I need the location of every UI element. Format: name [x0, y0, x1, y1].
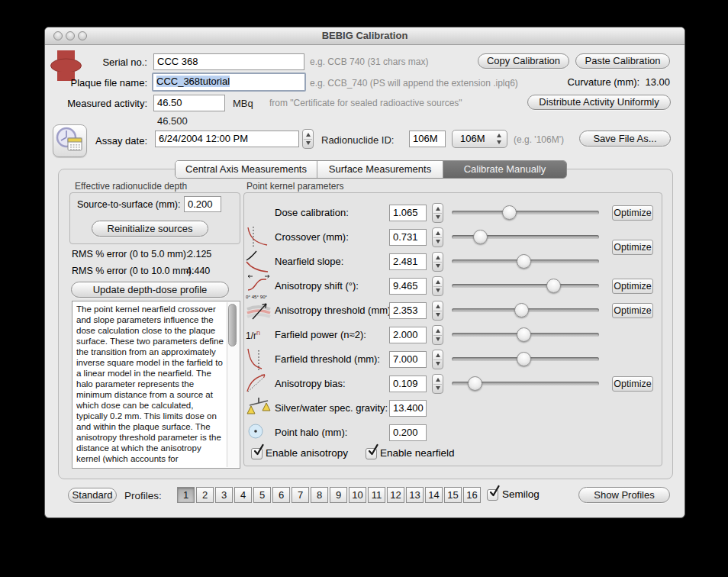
- slider-thumb[interactable]: [468, 376, 482, 391]
- dropdown-up-arrow-icon: [497, 134, 501, 137]
- profile-button-7[interactable]: 7: [292, 487, 309, 503]
- measured-activity-input[interactable]: 46.50: [153, 95, 225, 111]
- profile-button-3[interactable]: 3: [215, 487, 233, 503]
- profile-button-8[interactable]: 8: [311, 487, 328, 503]
- param-slider[interactable]: [452, 253, 599, 270]
- update-depth-dose-button[interactable]: Update depth-dose profile: [71, 282, 229, 298]
- point-kernel-caption: Point kernel parameters: [246, 181, 343, 192]
- profile-button-15[interactable]: 15: [444, 487, 462, 503]
- optimize-button[interactable]: Optimize: [612, 303, 653, 318]
- param-stepper[interactable]: [432, 276, 443, 296]
- svg-text:0° 45° 90°: 0° 45° 90°: [246, 294, 268, 299]
- save-file-as-button[interactable]: Save File As...: [579, 131, 671, 147]
- param-label: Point halo (mm):: [275, 427, 347, 438]
- serial-input[interactable]: CCC 368: [153, 53, 304, 70]
- paste-calibration-button[interactable]: Paste Calibration: [575, 53, 670, 69]
- param-label: Crossover (mm):: [275, 231, 349, 243]
- param-stepper[interactable]: [432, 374, 443, 394]
- slider-thumb[interactable]: [517, 352, 531, 366]
- param-label: Anisotropy bias:: [275, 378, 346, 389]
- profile-button-13[interactable]: 13: [406, 487, 424, 503]
- slider-track[interactable]: [452, 284, 599, 288]
- param-stepper[interactable]: [432, 301, 443, 321]
- slider-thumb[interactable]: [517, 327, 531, 342]
- optimize-button[interactable]: Optimize: [612, 279, 653, 294]
- enable-anisotropy-checkbox[interactable]: [251, 448, 263, 459]
- tab-surface-measurements[interactable]: Surface Measurements: [317, 161, 443, 178]
- param-value-field[interactable]: 0.109: [389, 376, 427, 392]
- param-stepper[interactable]: [432, 203, 443, 223]
- slider-thumb[interactable]: [473, 230, 488, 244]
- param-value-field[interactable]: 2.000: [389, 327, 427, 343]
- slider-track[interactable]: [452, 211, 599, 214]
- slider-thumb[interactable]: [517, 254, 531, 269]
- optimize-button[interactable]: Optimize: [612, 240, 653, 255]
- param-value-field[interactable]: 0.200: [389, 424, 427, 441]
- param-value-field[interactable]: 13.400: [389, 400, 427, 417]
- rms-error-10mm-label: RMS % error (0 to 10.0 mm):: [72, 266, 194, 276]
- radionuclide-id-input[interactable]: 106M: [409, 131, 446, 147]
- tab-central-axis-measurements[interactable]: Central Axis Measurements: [176, 161, 317, 178]
- param-value-field[interactable]: 2.353: [389, 302, 427, 319]
- param-value-field[interactable]: 9.465: [389, 278, 427, 295]
- param-value-field[interactable]: 1.065: [389, 205, 427, 221]
- standard-button[interactable]: Standard: [68, 488, 117, 503]
- profile-button-1[interactable]: 1: [177, 487, 195, 503]
- show-profiles-button[interactable]: Show Profiles: [578, 487, 670, 503]
- param-label: Silver/water spec. gravity:: [275, 402, 388, 414]
- semilog-checkbox[interactable]: [487, 489, 498, 501]
- curvature-label: Curvature (mm):: [568, 76, 640, 88]
- param-slider[interactable]: [452, 376, 599, 392]
- slider-thumb[interactable]: [546, 279, 561, 293]
- param-slider[interactable]: [452, 351, 599, 368]
- param-label: Anisotropy threshold (mm):: [275, 305, 394, 316]
- slider-thumb[interactable]: [514, 303, 529, 318]
- slider-thumb[interactable]: [502, 205, 517, 220]
- reinitialize-sources-button[interactable]: Reinitialize sources: [92, 221, 208, 237]
- info-text: The point kernel nearfield crossover and…: [76, 304, 224, 466]
- plaque-file-name-hint: e.g. CCB_740 (PS will append the extensi…: [310, 78, 518, 89]
- profile-button-6[interactable]: 6: [272, 487, 290, 503]
- profile-button-14[interactable]: 14: [425, 487, 443, 503]
- profile-button-11[interactable]: 11: [368, 487, 385, 503]
- param-slider[interactable]: [452, 229, 599, 246]
- param-stepper[interactable]: [432, 325, 443, 345]
- title-bar[interactable]: BEBIG Calibration: [45, 27, 685, 45]
- enable-nearfield-checkbox[interactable]: [366, 448, 377, 459]
- copy-calibration-button[interactable]: Copy Calibration: [478, 53, 569, 69]
- profile-button-10[interactable]: 10: [349, 487, 366, 503]
- optimize-button[interactable]: Optimize: [612, 376, 653, 392]
- param-value-field[interactable]: 7.000: [389, 351, 427, 368]
- activity-hint: from "Certificate for sealed radioactive…: [269, 98, 462, 108]
- param-slider[interactable]: [452, 278, 599, 295]
- info-scrollbar[interactable]: [227, 302, 239, 467]
- radionuclide-dropdown[interactable]: 106M: [452, 130, 507, 148]
- param-stepper[interactable]: [432, 227, 443, 247]
- profile-button-2[interactable]: 2: [196, 487, 214, 503]
- source-to-surface-input[interactable]: 0.200: [184, 196, 221, 212]
- optimize-button[interactable]: Optimize: [612, 205, 653, 221]
- tab-calibrate-manually[interactable]: Calibrate Manually: [443, 161, 566, 178]
- param-stepper[interactable]: [432, 252, 443, 272]
- scrollbar-thumb[interactable]: [228, 304, 237, 347]
- profile-button-16[interactable]: 16: [463, 487, 481, 503]
- assay-date-stepper[interactable]: [302, 129, 314, 149]
- nearfield-slope-curve-icon: [246, 250, 272, 275]
- param-value-field[interactable]: 0.731: [389, 229, 427, 246]
- assay-date-input[interactable]: 6/24/2004 12:00 PM: [155, 131, 299, 147]
- profile-button-4[interactable]: 4: [234, 487, 252, 503]
- enable-anisotropy-label: Enable anisotropy: [266, 447, 348, 459]
- param-slider[interactable]: [452, 302, 599, 319]
- param-slider[interactable]: [452, 205, 599, 221]
- param-stepper[interactable]: [432, 350, 443, 369]
- radionuclide-hint: (e.g. '106M'): [514, 134, 564, 145]
- param-slider[interactable]: [452, 327, 599, 343]
- plaque-file-name-input[interactable]: CCC_368tutorial: [152, 73, 306, 92]
- param-value-field[interactable]: 2.481: [389, 253, 427, 270]
- profile-button-9[interactable]: 9: [330, 487, 347, 503]
- distribute-activity-button[interactable]: Distribute Activity Uniformly: [527, 95, 671, 110]
- anisotropy-bias-arc-icon: [246, 372, 272, 397]
- profile-button-12[interactable]: 12: [387, 487, 404, 503]
- serial-label: Serial no.:: [45, 56, 147, 68]
- profile-button-5[interactable]: 5: [253, 487, 271, 503]
